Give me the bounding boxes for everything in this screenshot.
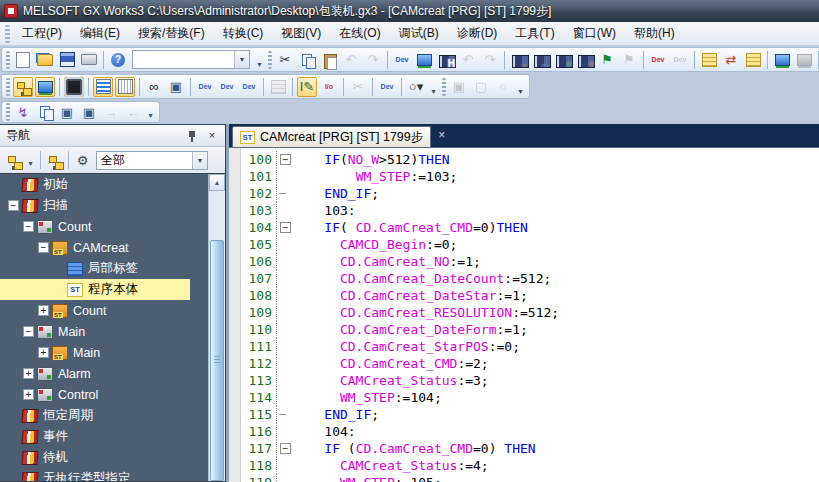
menu-diagnostics[interactable]: 诊断(D) (448, 22, 507, 45)
code-line-102[interactable]: 102 END_IF; (242, 185, 819, 202)
fold-collapse-box[interactable]: − (280, 443, 291, 454)
code-line-118[interactable]: 118 CAMCreat_Status:=4; (242, 457, 819, 474)
menu-search-replace[interactable]: 搜索/替换(F) (129, 22, 214, 45)
find-previous-icon[interactable]: ▣ (79, 102, 99, 122)
toolbar2b-overflow-button[interactable]: ▾ (514, 75, 527, 98)
menu-project[interactable]: 工程(P) (13, 22, 71, 45)
code-line-101[interactable]: 101 WM_STEP:=103; (242, 168, 819, 185)
code-line-119[interactable]: 119 WM_STEP:=105; (242, 474, 819, 482)
redo-write-icon[interactable]: ↷ (480, 50, 500, 70)
expand-box[interactable]: + (38, 305, 49, 316)
menu-tool[interactable]: 工具(T) (506, 22, 563, 45)
find-in-window-icon[interactable]: ▣ (166, 77, 186, 97)
module-configuration-icon[interactable] (64, 77, 84, 97)
tree-item-fixed-cycle[interactable]: 恒定周期 (0, 405, 225, 426)
module-tool-icon[interactable]: ▢ (471, 77, 491, 97)
toolbar2-overflow-button[interactable]: ▾ (427, 75, 440, 98)
settings-gear-icon[interactable]: ⚙ (73, 151, 92, 170)
print-icon[interactable] (79, 50, 99, 70)
search-combo-dropdown-icon[interactable]: ▼ (234, 51, 249, 68)
tree-item-initial[interactable]: 初始 (0, 174, 225, 195)
code-line-115[interactable]: 115 END_IF; (242, 406, 819, 423)
menu-help[interactable]: 帮助(H) (625, 22, 684, 45)
code-line-110[interactable]: 110 CD.CamCreat_DateForm:=1; (242, 321, 819, 338)
collapse-box[interactable]: − (38, 242, 49, 253)
program-check-icon[interactable] (35, 102, 55, 122)
tree-filter-combo[interactable]: 全部▼ (96, 151, 208, 170)
menu-drag-handle[interactable] (5, 25, 10, 43)
statement-icon[interactable] (699, 50, 719, 70)
tree-item-count[interactable]: −Count (0, 216, 225, 237)
menu-debug[interactable]: 调试(B) (390, 22, 448, 45)
code-line-116[interactable]: 116 104: (242, 423, 819, 440)
menu-edit[interactable]: 编辑(E) (71, 22, 129, 45)
program-editor-icon[interactable] (93, 77, 113, 97)
copy-icon[interactable] (297, 50, 317, 70)
menu-convert[interactable]: 转换(C) (214, 22, 273, 45)
find-icon[interactable]: ∞ (144, 77, 164, 97)
cut-icon[interactable]: ✂ (275, 50, 295, 70)
toolbar-drag-handle[interactable] (442, 78, 446, 96)
code-line-109[interactable]: 109 CD.CamCreat_RESOLUTION:=512; (242, 304, 819, 321)
comment-display-icon[interactable] (268, 77, 288, 97)
code-line-103[interactable]: 103 103: (242, 202, 819, 219)
tab-close-icon[interactable]: × (438, 128, 445, 144)
code-line-117[interactable]: 117− IF (CD.CamCreat_CMD=0) THEN (242, 440, 819, 457)
tree-item-no-execution-type[interactable]: 无执行类型指定 (0, 468, 225, 481)
toolbar-drag-handle[interactable] (6, 103, 10, 121)
convert-icon[interactable]: ↯ (13, 102, 33, 122)
scroll-up-button[interactable]: ▲ (209, 174, 225, 191)
cross-reference-icon[interactable]: ⇄ (721, 50, 741, 70)
code-line-104[interactable]: 104− IF( CD.CamCreat_CMD=0)THEN (242, 219, 819, 236)
zoom-select-icon[interactable]: ○▾ (406, 77, 426, 97)
code-line-113[interactable]: 113 CAMCreat_Status:=3; (242, 372, 819, 389)
device-value-off-icon[interactable]: Dev (670, 50, 690, 70)
open-project-icon[interactable] (35, 50, 55, 70)
tree-filter-combo-dropdown-icon[interactable]: ▼ (192, 152, 207, 169)
find-next-icon[interactable]: ▣ (57, 102, 77, 122)
monitor-stop-icon[interactable]: ⚑ (619, 50, 639, 70)
code-line-114[interactable]: 114 WM_STEP:=104; (242, 389, 819, 406)
expand-box[interactable]: + (23, 368, 34, 379)
code-line-105[interactable]: 105 CAMCD_Begin:=0; (242, 236, 819, 253)
tree-item-count-2[interactable]: +Count (0, 300, 225, 321)
expand-box[interactable]: + (23, 389, 34, 400)
note-icon[interactable] (743, 50, 763, 70)
toolbar1-overflow-button[interactable]: ▾ (253, 48, 266, 71)
tree-item-local-label[interactable]: 局部标签 (0, 258, 225, 279)
tree-item-alarm[interactable]: +Alarm (0, 363, 225, 384)
device-list-icon[interactable]: Dev (217, 77, 237, 97)
tree-item-control[interactable]: +Control (0, 384, 225, 405)
toolbar3-overflow-button[interactable]: ▾ (144, 102, 157, 122)
pin-icon[interactable] (185, 129, 199, 143)
tree-item-standby[interactable]: 待机 (0, 447, 225, 468)
code-line-106[interactable]: 106 CD.CamCreat_NO:=1; (242, 253, 819, 270)
element-selection-icon[interactable] (115, 77, 135, 97)
undo-icon[interactable]: ↶ (341, 50, 361, 70)
help-icon[interactable] (108, 50, 128, 70)
toolbar-drag-handle[interactable] (6, 51, 10, 69)
code-line-100[interactable]: 100− IF(NO_W>512)THEN (242, 151, 819, 168)
memory-card-icon[interactable]: H (436, 50, 456, 70)
menu-view[interactable]: 视图(V) (272, 22, 330, 45)
fold-collapse-box[interactable]: − (280, 222, 291, 233)
code-line-112[interactable]: 112 CD.CamCreat_CMD:=2; (242, 355, 819, 372)
connection-destination-icon[interactable] (35, 77, 55, 97)
intelligent-function-icon[interactable]: ▣ (449, 77, 469, 97)
device-comment-icon[interactable]: Dev (392, 50, 412, 70)
code-line-108[interactable]: 108 CD.CamCreat_DateStar:=1; (242, 287, 819, 304)
tree-item-program-body[interactable]: ST程序本体 (0, 279, 190, 300)
device-batch-monitor-icon[interactable]: Dev (239, 77, 259, 97)
monitor-window-icon[interactable] (414, 50, 434, 70)
new-project-icon[interactable] (13, 50, 33, 70)
device-find-icon[interactable]: Dev (195, 77, 215, 97)
tree-item-main-2[interactable]: +Main (0, 342, 225, 363)
expand-box[interactable]: + (38, 347, 49, 358)
paste-icon[interactable] (319, 50, 339, 70)
code-line-111[interactable]: 111 CD.CamCreat_StarPOS:=0; (242, 338, 819, 355)
toolbar-drag-handle[interactable] (6, 78, 10, 96)
collapse-all-icon[interactable] (45, 151, 64, 170)
tab-camcreat[interactable]: ST CAMcreat [PRG] [ST] 1799步 (232, 126, 431, 147)
io-check-icon[interactable]: I/o (319, 77, 339, 97)
menu-online[interactable]: 在线(O) (330, 22, 389, 45)
